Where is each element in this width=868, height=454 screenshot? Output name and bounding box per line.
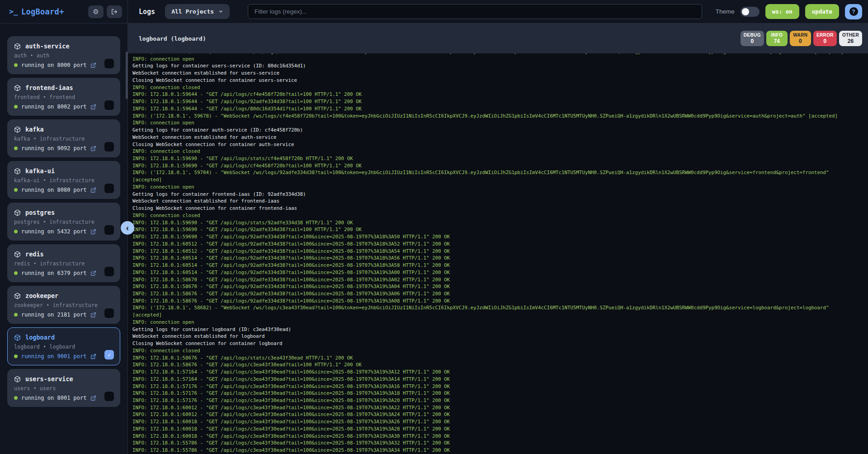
level-badge[interactable]: DEBUG 0 — [741, 31, 764, 46]
service-checkbox[interactable]: ✓ — [104, 225, 114, 235]
external-link-icon[interactable] — [90, 146, 96, 151]
log-line: INFO: 172.18.0.1:57176 - "GET /api/logs/… — [132, 390, 868, 397]
service-status-text: running on 8080 port — [21, 187, 87, 193]
level-badge-count: 0 — [816, 38, 834, 44]
topbar: >_ LogBoard+ ⚙ Logs All Projects — [0, 0, 868, 24]
service-checkbox[interactable]: ✓ — [104, 308, 114, 318]
log-scroll-area[interactable]: INFO: ('172.18.0.1', 59640) - "WebSocket… — [128, 53, 868, 454]
log-filter-input[interactable] — [248, 4, 702, 19]
service-subtitle: redis • infrastructure — [14, 260, 113, 267]
log-panel-header: logboard (logboard) DEBUG 0 INFO 74 WARN… — [128, 24, 868, 53]
log-line: INFO: 172.18.0.1:58676 - "GET /api/logs/… — [132, 298, 868, 305]
level-badge[interactable]: ERROR 0 — [813, 31, 837, 46]
service-card[interactable]: frontend-iaas frontend • frontend runnin… — [7, 78, 120, 116]
service-checkbox[interactable]: ✓ — [104, 59, 114, 68]
log-line: Getting logs for container users-service… — [132, 62, 868, 70]
status-dot-icon — [14, 396, 18, 400]
level-badge[interactable]: WARN 0 — [790, 31, 811, 46]
service-checkbox[interactable]: ✓ — [104, 100, 114, 110]
log-line: INFO: 172.18.0.1:59644 - "GET /api/logs/… — [132, 105, 868, 113]
external-link-icon[interactable] — [90, 395, 96, 401]
log-line: Closing WebSocket connection for contain… — [132, 141, 868, 148]
logout-icon — [111, 9, 118, 15]
theme-toggle[interactable] — [741, 7, 760, 17]
level-badge-label: DEBUG — [744, 33, 761, 38]
status-dot-icon — [14, 147, 18, 150]
service-subtitle: frontend • frontend — [14, 94, 113, 100]
service-subtitle: logboard • logboard — [14, 344, 113, 350]
external-link-icon[interactable] — [90, 270, 96, 276]
service-list: auth-service auth • auth running on 8000… — [7, 36, 120, 407]
websocket-status-button[interactable]: ws: on — [765, 4, 799, 19]
log-line: INFO: 172.18.0.1:55786 - "GET /api/logs/… — [132, 440, 868, 447]
log-line: INFO: connection open — [132, 319, 868, 326]
main-panel: ‹ logboard (logboard) DEBUG 0 INFO 74 WA… — [128, 24, 868, 454]
log-line: WebSocket connection established for aut… — [132, 134, 868, 141]
project-filter-label: All Projects — [171, 8, 214, 15]
service-card[interactable]: zookeeper zookeeper • infrastructure run… — [7, 286, 120, 324]
service-checkbox[interactable]: ✓ — [104, 392, 114, 401]
service-card[interactable]: kafka-ui kafka-ui • infrastructure runni… — [7, 161, 120, 199]
service-card[interactable]: redis redis • infrastructure running on … — [7, 244, 120, 282]
log-line: INFO: 172.18.0.1:59690 - "GET /api/logs/… — [132, 155, 868, 162]
log-line: INFO: ('172.18.0.1', 58682) - "WebSocket… — [132, 304, 868, 312]
log-line: INFO: 172.18.0.1:60512 - "GET /api/logs/… — [132, 241, 868, 248]
service-name: auth-service — [25, 43, 70, 50]
service-card[interactable]: users-service users • users running on 8… — [7, 369, 120, 407]
package-icon — [14, 293, 21, 299]
log-line: INFO: 172.18.0.1:59690 - "GET /api/logs/… — [132, 162, 868, 170]
log-line: INFO: 172.18.0.1:57176 - "GET /api/logs/… — [132, 383, 868, 390]
service-checkbox[interactable]: ✓ — [104, 267, 114, 276]
service-checkbox[interactable]: ✓ — [104, 184, 114, 193]
update-button[interactable]: update — [805, 4, 839, 19]
external-link-icon[interactable] — [90, 62, 96, 68]
service-checkbox[interactable]: ✓ — [104, 350, 114, 359]
log-line: INFO: 172.18.0.1:58676 - "GET /api/logs/… — [132, 361, 868, 369]
external-link-icon[interactable] — [90, 104, 96, 110]
service-card[interactable]: postgres postgres • infrastructure runni… — [7, 203, 120, 241]
service-checkbox[interactable]: ✓ — [104, 142, 114, 151]
log-line: INFO: 172.18.0.1:58676 - "GET /api/logs/… — [132, 355, 868, 362]
status-dot-icon — [14, 355, 18, 358]
log-content: INFO: ('172.18.0.1', 59640) - "WebSocket… — [132, 53, 868, 454]
log-line: INFO: 172.18.0.1:60514 - "GET /api/logs/… — [132, 262, 868, 269]
package-icon — [14, 376, 21, 383]
service-subtitle: kafka-ui • infrastructure — [14, 177, 113, 184]
app-logo-text: LogBoard+ — [21, 7, 64, 16]
sidebar: auth-service auth • auth running on 8000… — [0, 24, 128, 454]
log-line: INFO: connection closed — [132, 212, 868, 219]
theme-label: Theme — [716, 8, 735, 15]
service-name: zookeeper — [25, 292, 58, 299]
service-status-text: running on 9092 port — [21, 145, 87, 151]
external-link-icon[interactable] — [90, 354, 96, 359]
level-badge-count: 74 — [769, 38, 784, 44]
log-line: INFO: connection closed — [132, 148, 868, 155]
project-filter-dropdown[interactable]: All Projects — [165, 4, 230, 19]
level-badge[interactable]: INFO 74 — [766, 31, 788, 46]
service-status-text: running on 5432 port — [21, 228, 87, 235]
service-card[interactable]: logboard logboard • logboard running on … — [7, 327, 120, 365]
external-link-icon[interactable] — [90, 229, 96, 235]
log-line: INFO: connection open — [132, 184, 868, 191]
topbar-right-controls: Theme ws: on update ? — [716, 4, 862, 19]
log-line: INFO: 172.18.0.1:60012 - "GET /api/logs/… — [132, 411, 868, 418]
level-badge[interactable]: OTHER 26 — [839, 31, 862, 46]
service-card[interactable]: kafka kafka • infrastructure running on … — [7, 119, 120, 157]
service-card[interactable]: auth-service auth • auth running on 8000… — [7, 36, 120, 74]
package-icon — [14, 209, 21, 216]
service-name: logboard — [25, 334, 55, 341]
service-subtitle: auth • auth — [14, 52, 113, 59]
external-link-icon[interactable] — [90, 312, 96, 318]
log-line: INFO: 172.18.0.1:59644 - "GET /api/logs/… — [132, 98, 868, 105]
external-link-icon[interactable] — [90, 187, 96, 193]
status-dot-icon — [14, 271, 18, 275]
level-badge-count: 26 — [842, 38, 859, 44]
service-name: postgres — [25, 209, 55, 216]
sidebar-collapse-button[interactable]: ‹ — [121, 221, 134, 235]
page-title: Logs — [139, 8, 155, 16]
settings-button[interactable]: ⚙ — [88, 5, 104, 18]
logout-button[interactable] — [107, 5, 122, 18]
log-line: [accepted] — [132, 312, 868, 319]
log-line: INFO: 172.18.0.1:58670 - "GET /api/logs/… — [132, 283, 868, 290]
help-button[interactable]: ? — [845, 4, 862, 19]
